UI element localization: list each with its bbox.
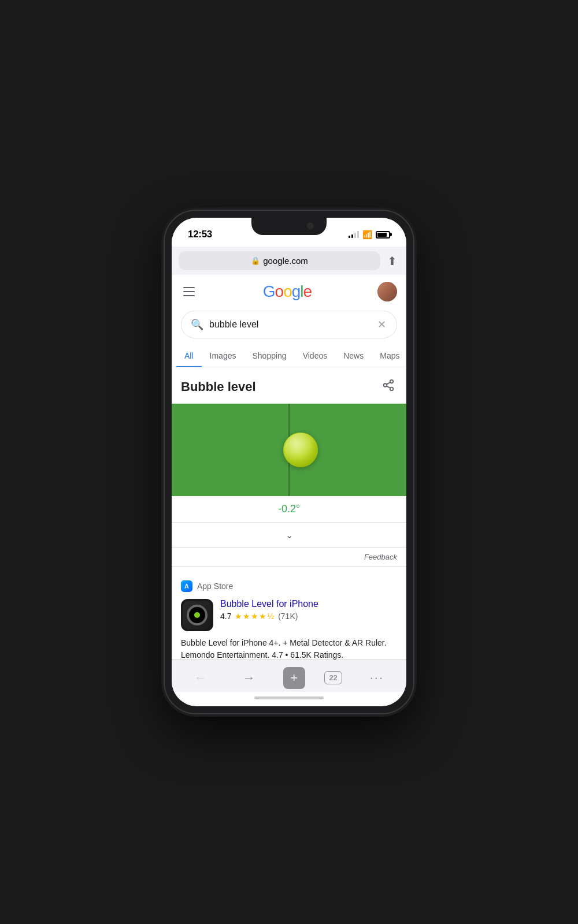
app-details: Bubble Level for iPhone 4.7 ★★★★½ (71K) [220,599,397,631]
widget-share-button[interactable] [380,377,397,397]
url-bar[interactable]: 🔒 google.com [179,251,380,270]
bubble-reading: -0.2° [172,496,406,523]
bubble-level-display[interactable] [172,404,406,496]
phone-screen: 12:53 📶 🔒 google.com ⬆ [172,218,406,706]
notch [251,218,327,235]
add-tab-button[interactable]: + [283,667,305,689]
search-icon: 🔍 [191,318,203,331]
home-indicator [172,692,406,706]
app-rating: 4.7 [220,612,231,621]
bubble-indicator [283,433,318,467]
app-info-row: Bubble Level for iPhone 4.7 ★★★★½ (71K) [181,599,397,631]
bottom-nav: ← → + 22 ··· [172,660,406,692]
app-icon-bubble [187,605,208,625]
app-reviews: (71K) [278,612,298,621]
tab-maps[interactable]: Maps [372,345,406,367]
back-button[interactable]: ← [186,667,215,689]
status-time: 12:53 [188,229,212,240]
svg-line-4 [387,382,390,385]
share-icon[interactable]: ⬆ [385,252,399,270]
status-icons: 📶 [349,230,390,239]
tab-news[interactable]: News [335,345,372,367]
avatar[interactable] [377,282,397,301]
app-source-label: App Store [197,582,233,591]
front-camera [307,222,314,229]
app-stars: ★★★★½ [235,612,275,621]
signal-icon [349,231,359,238]
tabs-button[interactable]: 22 [324,671,342,684]
widget-title: Bubble level [181,379,256,394]
google-logo: Google [263,282,312,301]
app-store-result: A App Store Bubble Level for iPhone 4.7 [172,571,406,660]
hamburger-menu[interactable] [181,285,197,299]
browser-bar: 🔒 google.com ⬆ [172,247,406,275]
tab-images[interactable]: Images [202,345,244,367]
tabs-count: 22 [329,673,337,682]
search-bar[interactable]: 🔍 bubble level ✕ [181,311,397,338]
expand-button[interactable]: ⌄ [172,523,406,548]
tab-shopping[interactable]: Shopping [244,345,294,367]
app-icon [181,599,213,631]
back-icon: ← [194,670,207,685]
add-icon: + [290,670,298,685]
battery-fill [377,233,387,237]
forward-icon: → [243,670,255,685]
more-icon: ··· [370,670,384,685]
bubble-level-widget: Bubble level -0.2° ⌄ [172,367,406,567]
svg-line-3 [387,386,390,388]
widget-header: Bubble level [172,367,406,404]
app-title[interactable]: Bubble Level for iPhone [220,599,397,609]
wifi-icon: 📶 [362,230,372,239]
tab-videos[interactable]: Videos [295,345,336,367]
lock-icon: 🔒 [251,256,260,265]
status-bar: 12:53 📶 [172,218,406,247]
content-area[interactable]: Google 🔍 bubble level ✕ All Images Shopp… [172,275,406,660]
app-description: Bubble Level for iPhone 4+. + Metal Dete… [181,637,397,660]
home-bar [254,696,324,699]
more-button[interactable]: ··· [362,667,392,689]
battery-icon [376,231,390,239]
search-tabs: All Images Shopping Videos News Maps B [172,345,406,367]
tab-all[interactable]: All [176,345,202,367]
phone-device: 12:53 📶 🔒 google.com ⬆ [165,211,413,713]
clear-search-button[interactable]: ✕ [376,317,387,332]
app-source: A App Store [181,580,397,592]
app-rating-row: 4.7 ★★★★½ (71K) [220,612,397,621]
forward-button[interactable]: → [235,667,264,689]
url-text: google.com [263,256,308,266]
feedback-label[interactable]: Feedback [172,548,406,566]
app-store-icon: A [181,580,192,592]
google-header: Google [172,275,406,308]
search-query[interactable]: bubble level [209,319,370,330]
